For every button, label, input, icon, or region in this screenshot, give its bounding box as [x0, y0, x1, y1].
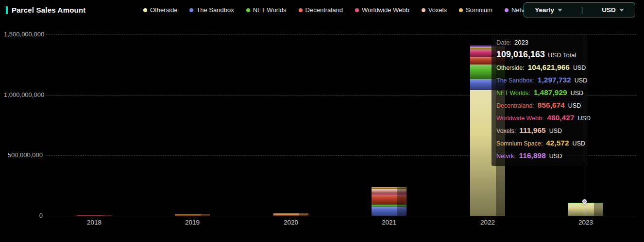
x-axis-tick-label: 2020 [271, 219, 310, 226]
tooltip-row-decentraland: Decentraland:856,674USD [496, 99, 588, 112]
stacked-bar-2021[interactable] [372, 187, 407, 216]
tooltip-row-voxels: Voxels:111,965USD [496, 124, 588, 137]
tooltip-series-label: Voxels: [496, 128, 516, 134]
bar-3d-side-shade [397, 187, 407, 216]
x-axis-line [46, 216, 636, 216]
tooltip-series-unit: USD [549, 153, 562, 160]
x-axis-tick-label: 2019 [173, 219, 212, 226]
tooltip-series-unit: USD [578, 115, 591, 122]
tooltip-series-value: 856,674 [538, 101, 565, 109]
bar-3d-side-shade [594, 203, 603, 216]
tooltip-series-label: Somnium Space: [496, 140, 542, 147]
tooltip-date-row: Date:2023 [496, 37, 588, 48]
tooltip-total-row: 109,016,163USD Total [496, 48, 588, 61]
x-axis-tick-label: 2018 [75, 219, 114, 226]
tooltip-series-unit: USD [573, 65, 586, 71]
tooltip-series-value: 1,297,732 [538, 76, 571, 84]
tooltip-series-label: Netvrk: [496, 153, 516, 160]
tooltip-series-unit: USD [573, 140, 585, 147]
tooltip-series-unit: USD [575, 77, 587, 84]
tooltip-series-value: 480,427 [547, 113, 575, 122]
x-axis-tick-label: 2022 [468, 219, 507, 226]
tooltip-series-value: 116,898 [519, 151, 546, 160]
bar-3d-side-shade [201, 214, 210, 216]
tooltip-series-label: NFT Worlds: [496, 90, 530, 97]
tooltip-total-value: 109,016,163 [496, 49, 545, 59]
tooltip-series-value: 111,965 [519, 126, 545, 134]
tooltip-row-worldwide-webb: Worldwide Webb:480,427USD [496, 112, 588, 124]
stacked-bar-2020[interactable] [273, 213, 308, 216]
y-axis-tick-label: 1,000,000,000 [4, 91, 43, 98]
tooltip-series-unit: USD [571, 90, 583, 97]
tooltip-series-label: Decentraland: [496, 102, 534, 109]
stacked-bar-2019[interactable] [175, 214, 210, 216]
tooltip-row-otherside: Otherside:104,621,966USD [496, 61, 588, 74]
y-axis-tick-label: 500,000,000 [4, 151, 43, 159]
bar-3d-side-shade [102, 215, 112, 216]
tooltip-row-netvrk: Netvrk:116,898USD [496, 149, 588, 162]
y-axis-tick-label: 0 [4, 212, 43, 219]
tooltip-series-unit: USD [549, 128, 562, 134]
y-axis-tick-label: 1,500,000,000 [4, 31, 43, 38]
tooltip-series-unit: USD [568, 102, 581, 109]
tooltip-series-value: 42,572 [546, 139, 569, 147]
tooltip-row-nft-worlds: NFT Worlds:1,487,929USD [496, 86, 588, 99]
tooltip-date-value: 2023 [514, 39, 528, 46]
tooltip-series-value: 104,621,966 [528, 63, 570, 71]
chart-tooltip: Date:2023 109,016,163USD Total Otherside… [491, 35, 588, 166]
tooltip-series-value: 1,487,929 [534, 88, 567, 97]
bar-3d-side-shade [299, 213, 308, 216]
parcel-sales-dashboard: Parcel Sales Amount OthersideThe Sandbox… [0, 0, 644, 242]
tooltip-date-label: Date: [496, 39, 511, 46]
tooltip-series-rows: Otherside:104,621,966USDThe Sandbox:1,29… [496, 61, 588, 162]
x-axis-tick-label: 2023 [566, 219, 605, 226]
tooltip-series-label: The Sandbox: [496, 77, 534, 84]
tooltip-total-suffix: USD Total [548, 51, 576, 59]
hover-point-marker [582, 199, 587, 204]
tooltip-series-label: Otherside: [496, 65, 525, 71]
tooltip-row-the-sandbox: The Sandbox:1,297,732USD [496, 74, 588, 86]
tooltip-row-somnium-space: Somnium Space:42,572USD [496, 137, 588, 149]
x-axis-tick-label: 2021 [370, 219, 408, 226]
tooltip-series-label: Worldwide Webb: [496, 115, 544, 122]
stacked-bar-2018[interactable] [77, 215, 112, 216]
